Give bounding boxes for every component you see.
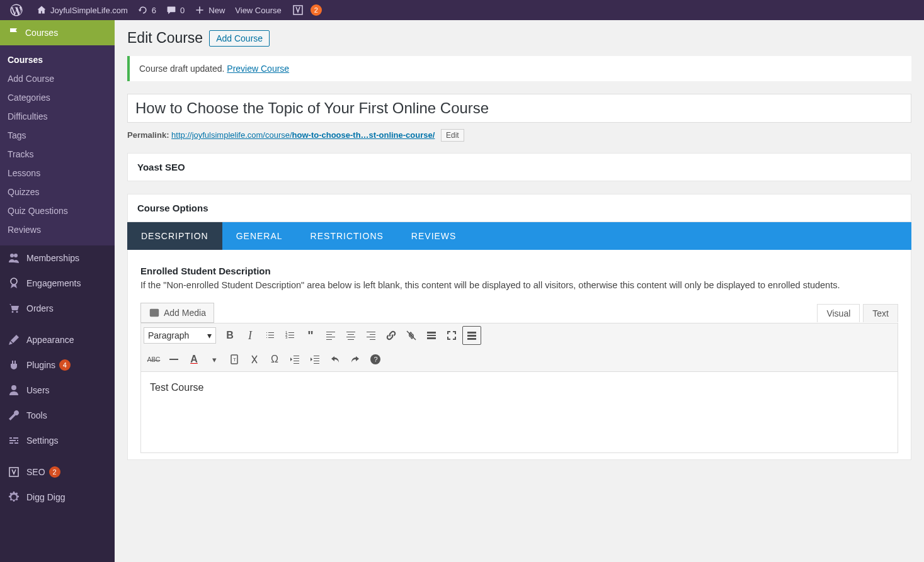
- tab-restrictions[interactable]: RESTRICTIONS: [297, 222, 397, 250]
- cart-icon: [8, 302, 20, 315]
- hr-button[interactable]: [164, 350, 183, 369]
- sidebar-item-label: Digg Digg: [26, 492, 65, 502]
- page-heading-row: Edit Course Add Course: [127, 30, 911, 47]
- sidebar-submenu-item[interactable]: Reviews: [0, 220, 115, 239]
- tab-description[interactable]: DESCRIPTION: [127, 222, 222, 250]
- wrench-icon: [8, 409, 20, 422]
- course-options-header[interactable]: Course Options: [127, 194, 911, 222]
- sidebar-current-menu[interactable]: Courses: [0, 20, 115, 45]
- view-label: View Course: [235, 6, 281, 15]
- readmore-button[interactable]: [422, 326, 441, 345]
- editor-mode-tabs: Visual Text: [814, 304, 898, 322]
- editor-top-row: Add Media Visual Text: [140, 303, 898, 323]
- plus-icon: [195, 5, 205, 15]
- course-title-input[interactable]: [127, 94, 911, 123]
- sidebar-submenu-item[interactable]: Courses: [0, 50, 115, 69]
- sidebar-item-seo[interactable]: SEO2: [0, 459, 115, 485]
- users-icon: [8, 252, 20, 264]
- undo-button[interactable]: [326, 350, 345, 369]
- sidebar-item-users[interactable]: Users: [0, 378, 115, 403]
- sidebar-item-tools[interactable]: Tools: [0, 403, 115, 428]
- add-course-button[interactable]: Add Course: [209, 30, 270, 47]
- bulleted-list-button[interactable]: [261, 326, 280, 345]
- sidebar-item-label: Engagements: [26, 278, 81, 288]
- sidebar-badge: 4: [59, 359, 71, 371]
- site-name-link[interactable]: JoyfulSimpleLife.com: [31, 0, 133, 20]
- admin-sidebar: Courses CoursesAdd CourseCategoriesDiffi…: [0, 20, 115, 562]
- add-media-button[interactable]: Add Media: [140, 303, 214, 323]
- sidebar-submenu-item[interactable]: Lessons: [0, 164, 115, 183]
- sidebar-item-engagements[interactable]: Engagements: [0, 271, 115, 296]
- yoast-icon: [292, 4, 304, 16]
- tab-visual[interactable]: Visual: [817, 304, 860, 322]
- tab-text[interactable]: Text: [863, 304, 898, 322]
- sidebar-submenu-item[interactable]: Tags: [0, 126, 115, 145]
- fullscreen-button[interactable]: [442, 326, 461, 345]
- paste-text-button[interactable]: T: [225, 350, 244, 369]
- sidebar-submenu-item[interactable]: Quizzes: [0, 183, 115, 201]
- textcolor-button[interactable]: A: [185, 350, 203, 369]
- outdent-button[interactable]: [285, 350, 304, 369]
- main-content: Edit Course Add Course Course draft upda…: [115, 20, 924, 562]
- tab-reviews[interactable]: REVIEWS: [397, 222, 471, 250]
- strikethrough-button[interactable]: ABC: [144, 350, 163, 369]
- sidebar-item-orders[interactable]: Orders: [0, 296, 115, 321]
- sidebar-item-appearance[interactable]: Appearance: [0, 327, 115, 352]
- updates-icon: [138, 5, 148, 15]
- sidebar-submenu-item[interactable]: Quiz Questions: [0, 201, 115, 220]
- redo-button[interactable]: [346, 350, 365, 369]
- comments-count: 0: [180, 6, 185, 15]
- yoast-menu[interactable]: 2: [287, 0, 327, 20]
- toolbar-toggle-button[interactable]: [462, 326, 481, 345]
- panel-title: Enrolled Student Description: [140, 266, 898, 276]
- special-char-button[interactable]: Ω: [265, 350, 284, 369]
- svg-rect-7: [467, 338, 476, 340]
- svg-rect-6: [467, 335, 476, 337]
- blockquote-button[interactable]: ": [301, 326, 320, 345]
- menu-label: Courses: [25, 28, 58, 38]
- preview-course-link[interactable]: Preview Course: [227, 64, 289, 74]
- sidebar-submenu-item[interactable]: Add Course: [0, 69, 115, 88]
- link-button[interactable]: [382, 326, 401, 345]
- editor-toolbar-row1: Paragraph ▾ B I 123 ": [140, 323, 898, 347]
- align-left-button[interactable]: [321, 326, 340, 345]
- chevron-down-icon: ▾: [212, 355, 217, 364]
- editor-content[interactable]: Test Course: [140, 371, 898, 453]
- new-label: New: [208, 6, 225, 15]
- sidebar-submenu-item[interactable]: Difficulties: [0, 107, 115, 126]
- indent-button[interactable]: [305, 350, 324, 369]
- sidebar-item-digg-digg[interactable]: Digg Digg: [0, 485, 115, 510]
- align-center-button[interactable]: [341, 326, 360, 345]
- sidebar-submenu-item[interactable]: Tracks: [0, 145, 115, 164]
- media-icon: [149, 307, 160, 318]
- updates-link[interactable]: 6: [133, 0, 161, 20]
- sliders-icon: [8, 434, 20, 447]
- sidebar-item-label: Plugins: [26, 360, 55, 370]
- format-select[interactable]: Paragraph ▾: [144, 327, 216, 344]
- clear-formatting-button[interactable]: [245, 350, 264, 369]
- tab-general[interactable]: GENERAL: [222, 222, 297, 250]
- unlink-button[interactable]: [402, 326, 421, 345]
- textcolor-dropdown[interactable]: ▾: [205, 350, 224, 369]
- svg-text:T: T: [233, 357, 236, 362]
- align-right-button[interactable]: [362, 326, 380, 345]
- gear-icon: [8, 491, 20, 503]
- comments-link[interactable]: 0: [161, 0, 190, 20]
- permalink-url[interactable]: http://joyfulsimplelife.com/course/how-t…: [171, 130, 435, 140]
- italic-button[interactable]: I: [241, 326, 260, 345]
- view-course-link[interactable]: View Course: [230, 0, 286, 20]
- permalink-edit-button[interactable]: Edit: [441, 129, 464, 142]
- svg-text:?: ?: [374, 356, 378, 363]
- sidebar-submenu-item[interactable]: Categories: [0, 88, 115, 107]
- permalink-row: Permalink: http://joyfulsimplelife.com/c…: [127, 128, 911, 153]
- sidebar-item-plugins[interactable]: Plugins4: [0, 352, 115, 378]
- numbered-list-button[interactable]: 123: [281, 326, 300, 345]
- wp-logo[interactable]: [5, 0, 31, 20]
- sidebar-item-memberships[interactable]: Memberships: [0, 245, 115, 271]
- bold-button[interactable]: B: [220, 326, 239, 345]
- sidebar-item-settings[interactable]: Settings: [0, 428, 115, 453]
- svg-rect-5: [467, 332, 476, 334]
- new-content-link[interactable]: New: [190, 0, 230, 20]
- help-button[interactable]: ?: [366, 350, 385, 369]
- yoast-metabox-header[interactable]: Yoast SEO: [128, 154, 911, 181]
